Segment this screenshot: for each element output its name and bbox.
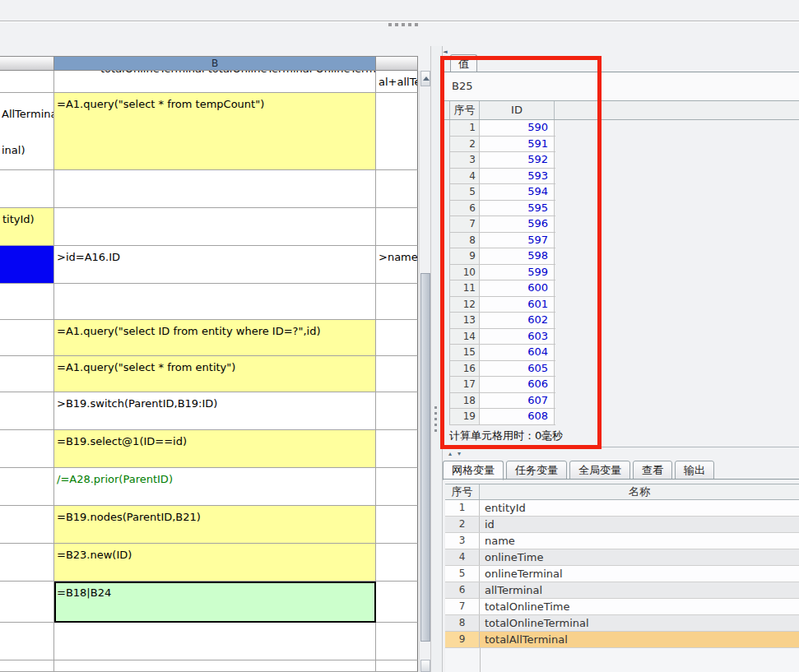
cell-b1[interactable]: totalOnlineTerminal totalOnlineTerminal …: [54, 71, 376, 93]
cell-c1[interactable]: al+allTe: [376, 71, 418, 93]
column-header-b[interactable]: B: [54, 56, 376, 71]
variable-row[interactable]: 8 totalOnlineTerminal: [445, 615, 799, 632]
sheet-vertical-scrollbar[interactable]: [419, 71, 430, 672]
cell-b8[interactable]: =A1.query("select * from entity"): [54, 356, 376, 392]
collapse-expand-icons[interactable]: ▴▾: [448, 450, 467, 457]
scroll-up-button[interactable]: [420, 71, 430, 86]
cell-b7[interactable]: =A1.query("select ID from entity where I…: [54, 320, 376, 356]
cell-a8[interactable]: [0, 356, 54, 392]
value-row-id: 595: [480, 201, 555, 216]
cell-a10[interactable]: [0, 430, 54, 468]
tab-view[interactable]: 查看: [633, 461, 672, 480]
variable-row[interactable]: 1 entityId: [445, 500, 799, 517]
cell-c15[interactable]: [376, 623, 418, 660]
cell-b9[interactable]: >B19.switch(ParentID,B19:ID): [54, 392, 376, 430]
cell-b16[interactable]: [54, 660, 376, 672]
value-row[interactable]: 17 606: [450, 377, 555, 393]
cell-a13[interactable]: [0, 544, 54, 582]
cell-b5[interactable]: >id=A16.ID: [54, 246, 376, 284]
variable-row[interactable]: 3 name: [445, 533, 799, 549]
column-header-a[interactable]: [0, 56, 54, 71]
value-row[interactable]: 18 607: [450, 393, 555, 410]
cell-b2[interactable]: =A1.query("select * from tempCount"): [54, 93, 376, 170]
variables-header-name[interactable]: 名称: [480, 484, 799, 499]
variable-row[interactable]: 4 onlineTime: [445, 549, 799, 566]
panel-splitter[interactable]: [430, 46, 442, 672]
cell-c10[interactable]: [376, 430, 418, 468]
cell-a6[interactable]: [0, 284, 54, 320]
value-row[interactable]: 14 603: [450, 329, 555, 345]
value-row[interactable]: 1 590: [450, 120, 555, 137]
cell-c7[interactable]: [376, 320, 418, 356]
cell-c11[interactable]: [376, 468, 418, 506]
cell-b4[interactable]: [54, 208, 376, 246]
toolbar-drag-handle[interactable]: [388, 23, 418, 26]
value-row[interactable]: 3 592: [450, 152, 555, 169]
cell-c3[interactable]: [376, 170, 418, 208]
cell-b6[interactable]: [54, 284, 376, 320]
cell-a3[interactable]: [0, 170, 54, 208]
value-row[interactable]: 15 604: [450, 345, 555, 361]
cell-b12[interactable]: =B19.nodes(ParentID,B21): [54, 506, 376, 544]
value-row[interactable]: 13 602: [450, 313, 555, 329]
cell-a12[interactable]: [0, 506, 54, 544]
value-row-seq: 9: [450, 248, 480, 264]
cell-c16[interactable]: [376, 660, 418, 672]
cell-b13[interactable]: =B23.new(ID): [54, 544, 376, 582]
value-row[interactable]: 9 598: [450, 248, 555, 265]
value-row[interactable]: 10 599: [450, 265, 555, 281]
variable-row[interactable]: 7 totalOnlineTime: [445, 599, 799, 615]
scrollbar-thumb[interactable]: [420, 273, 430, 642]
tab-value[interactable]: 值: [450, 54, 477, 72]
value-row[interactable]: 16 605: [450, 361, 555, 378]
cell-b10[interactable]: =B19.select@1(ID==id): [54, 430, 376, 468]
cell-a9[interactable]: [0, 392, 54, 430]
cell-a7[interactable]: [0, 320, 54, 356]
cell-c5[interactable]: >name=: [376, 246, 418, 284]
cell-b15[interactable]: [54, 623, 376, 660]
cell-a2[interactable]: AllTermina inal): [0, 93, 54, 170]
value-row[interactable]: 12 601: [450, 297, 555, 313]
value-row-seq: 18: [450, 393, 480, 409]
value-row[interactable]: 4 593: [450, 169, 555, 185]
cell-c14[interactable]: [376, 582, 418, 623]
value-row[interactable]: 11 600: [450, 280, 555, 297]
cell-c6[interactable]: [376, 284, 418, 320]
cell-a16[interactable]: [0, 660, 54, 672]
tab-global-variables[interactable]: 全局变量: [569, 461, 630, 480]
cell-b11[interactable]: /=A28.prior(ParentID): [54, 468, 376, 506]
sheet-row-11: /=A28.prior(ParentID): [0, 468, 418, 506]
cell-a15[interactable]: [0, 623, 54, 660]
value-row[interactable]: 19 608: [450, 409, 555, 425]
cell-a11[interactable]: [0, 468, 54, 506]
cell-c2[interactable]: [376, 93, 418, 170]
cell-c8[interactable]: [376, 356, 418, 392]
value-row[interactable]: 2 591: [450, 137, 555, 153]
cell-a14[interactable]: [0, 582, 54, 623]
tab-output[interactable]: 输出: [675, 461, 714, 480]
cell-a1[interactable]: [0, 71, 54, 93]
cell-b14-selected[interactable]: =B18|B24: [54, 582, 376, 623]
scroll-down-button[interactable]: [420, 660, 430, 672]
cell-b3[interactable]: [54, 170, 376, 208]
cell-c12[interactable]: [376, 506, 418, 544]
value-header-id[interactable]: ID: [480, 101, 555, 119]
tab-grid-variables[interactable]: 网格变量: [443, 461, 504, 480]
cell-c4[interactable]: [376, 208, 418, 246]
tab-task-variables[interactable]: 任务变量: [506, 461, 567, 480]
cell-c13[interactable]: [376, 544, 418, 582]
value-row[interactable]: 7 596: [450, 216, 555, 233]
value-row[interactable]: 5 594: [450, 184, 555, 201]
variable-row[interactable]: 6 allTerminal: [445, 582, 799, 599]
cell-a4[interactable]: tityId): [0, 208, 54, 246]
value-row[interactable]: 8 597: [450, 233, 555, 249]
value-header-seq[interactable]: 序号: [449, 101, 480, 119]
value-row[interactable]: 6 595: [450, 201, 555, 217]
variable-row[interactable]: 2 id: [445, 517, 799, 533]
cell-a5[interactable]: [0, 246, 54, 284]
variable-row[interactable]: 9 totalAllTerminal: [445, 632, 799, 648]
variable-row[interactable]: 5 onlineTerminal: [445, 566, 799, 582]
cell-c9[interactable]: [376, 392, 418, 430]
column-header-c[interactable]: [376, 56, 418, 71]
variables-header-seq[interactable]: 序号: [445, 484, 480, 499]
